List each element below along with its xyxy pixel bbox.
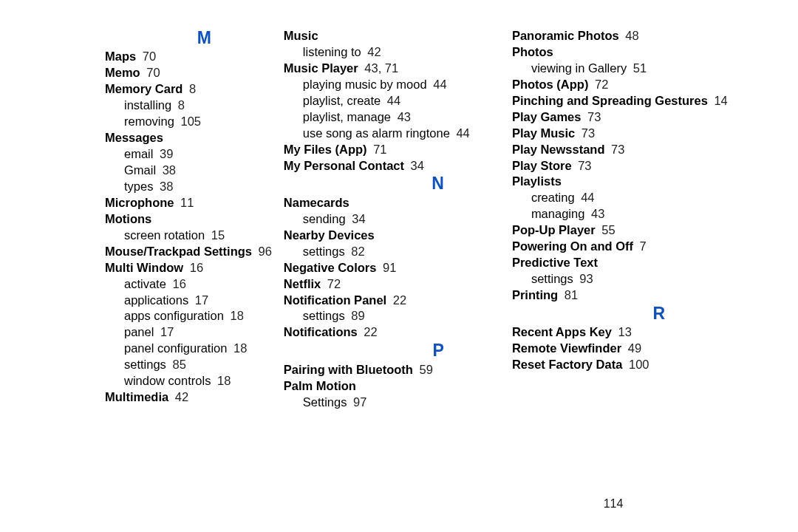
index-entry-pages: 49 [628,341,641,355]
index-entry-pages: 73 [587,110,601,123]
index-entry-pages: 13 [618,325,632,338]
index-subentry-pages: 18 [217,374,231,387]
index-entry-pages: 8 [189,82,196,95]
index-entry: Panoramic Photos 48 [512,28,754,44]
index-subentry-topic: window controls [124,374,211,387]
index-subentry-topic: playing music by mood [303,78,427,91]
index-entry-topic: My Files (App) [284,143,367,156]
index-subentry-pages: 39 [160,147,173,160]
index-subentry-topic: managing [531,207,584,220]
index-subentry: installing 8 [105,98,276,114]
index-subentry-pages: 34 [352,212,365,225]
index-subentries: settings 89 [284,308,505,324]
index-subentry-topic: types [124,180,153,193]
index-subentry: creating 44 [512,190,754,206]
index-entry-pages: 73 [582,126,595,140]
index-entry: Playlists [512,174,754,190]
index-entry-pages: 70 [143,50,156,63]
index-entry-topic: Namecards [284,196,349,209]
index-subentry-pages: 17 [195,293,208,307]
index-entry-topic: Playlists [512,174,562,188]
index-entry-pages: 72 [595,78,608,91]
index-entry: Pinching and Spreading Gestures 14 [512,93,754,109]
index-entry-pages: 72 [327,277,341,290]
index-subentry: playing music by mood 44 [284,77,505,93]
index-entry-pages: 22 [364,325,377,338]
index-entry-topic: Photos [512,45,553,58]
index-subentry-topic: settings [531,272,573,285]
index-section-letter: P [284,341,505,360]
index-subentry-pages: 18 [233,341,247,355]
index-subentry-pages: 51 [633,61,647,75]
index-subentry-topic: screen rotation [124,228,205,242]
index-entry: Microphone 11 [105,195,276,211]
index-subentry: apps configuration 18 [105,308,276,324]
index-subentries: activate 16applications 17apps configura… [105,276,276,390]
index-subentry: settings 89 [284,308,505,324]
index-entry-topic: Netflix [284,277,321,290]
index-entry: My Personal Contact 34 [284,158,505,174]
index-subentry-topic: viewing in Gallery [531,61,627,75]
index-entry-topic: Play Newsstand [512,143,605,156]
index-entry-pages: 59 [419,363,432,376]
index-subentries: Settings 97 [284,395,505,411]
index-subentries: creating 44managing 43 [512,190,754,222]
index-subentries: screen rotation 15 [105,228,276,244]
index-subentry-pages: 44 [581,191,594,204]
index-entry-topic: Pairing with Bluetooth [284,363,413,376]
index-entry-topic: My Personal Contact [284,159,404,172]
index-entry: Memory Card 8 [105,81,276,98]
index-entry-topic: Negative Colors [284,261,377,274]
index-subentry-topic: removing [124,115,174,128]
index-entry: Notification Panel 22 [284,293,505,309]
index-entry-pages: 55 [601,223,615,236]
index-subentry: viewing in Gallery 51 [512,61,754,77]
index-subentry: settings 85 [105,357,276,373]
index-entry-pages: 11 [180,196,194,209]
index-entry-topic: Palm Motion [284,379,356,392]
index-subentry: panel configuration 18 [105,341,276,357]
index-entry-topic: Play Music [512,126,575,140]
index-subentry-topic: playlist, create [303,94,381,107]
index-entry: Notifications 22 [284,324,505,341]
index-subentry-topic: Gmail [124,163,156,177]
index-entry-pages: 42 [175,390,188,403]
index-subentry-pages: 18 [230,309,243,322]
index-entry-topic: Memory Card [105,82,183,95]
index-subentry-pages: 44 [387,94,400,107]
index-entry-topic: Multimedia [105,390,168,403]
index-subentry-topic: apps configuration [124,309,224,322]
index-entry-topic: Memo [105,66,140,79]
index-subentry: sending 34 [284,211,505,228]
index-column-3: Panoramic Photos 48Photosviewing in Gall… [505,28,754,411]
index-subentry-pages: 17 [160,325,174,338]
index-subentry-pages: 8 [178,98,185,112]
index-section-letter: M [105,28,276,47]
index-entry: Negative Colors 91 [284,260,505,276]
index-entry-topic: Play Store [512,159,572,172]
index-entry: Mouse/Trackpad Settings 96 [105,244,276,260]
index-entry: My Files (App) 71 [284,142,505,158]
index-entry: Multi Window 16 [105,260,276,276]
index-subentry-topic: email [124,147,153,160]
index-entry: Maps 70 [105,49,276,65]
index-subentry-topic: sending [303,212,346,225]
index-entry: Printing 81 [512,287,754,304]
index-entry: Palm Motion [284,378,505,395]
index-subentry-pages: 93 [579,272,593,285]
index-subentries: listening to 42 [284,44,505,61]
index-entry-topic: Multi Window [105,261,183,274]
index-subentry-topic: use song as alarm ringtone [303,126,450,140]
index-entry: Namecards [284,195,505,211]
index-subentry-pages: 82 [351,245,364,258]
index-entry: Reset Factory Data 100 [512,357,754,373]
index-entry-topic: Printing [512,288,558,301]
index-subentry: managing 43 [512,206,754,222]
index-entry-topic: Remote Viewfinder [512,341,621,355]
index-entry-topic: Notification Panel [284,293,386,307]
index-entry: Recent Apps Key 13 [512,324,754,341]
index-entry-topic: Recent Apps Key [512,325,612,338]
index-entry-topic: Mouse/Trackpad Settings [105,245,252,258]
index-entry: Play Music 73 [512,126,754,142]
index-entry: Messages [105,130,276,146]
